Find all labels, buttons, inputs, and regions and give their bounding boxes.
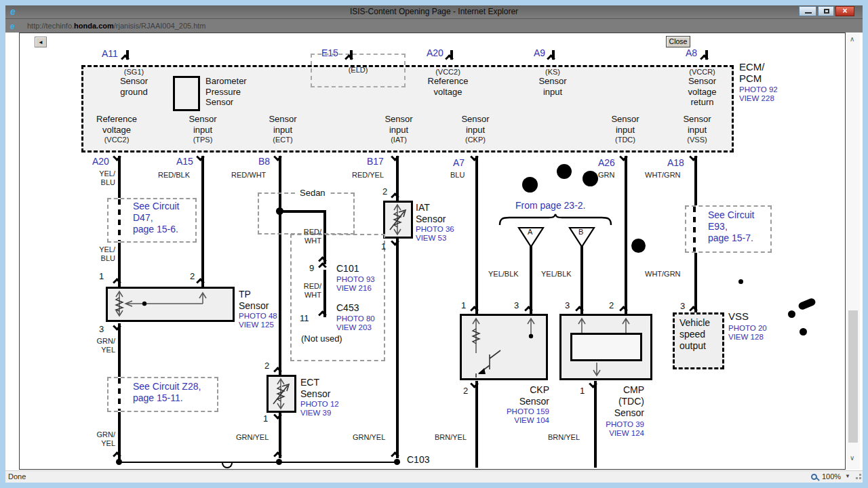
vss-view-link[interactable]: VIEW 128 [728, 333, 764, 342]
pin-label-a26: A26 [598, 157, 615, 168]
tp-view-link[interactable]: VIEW 125 [239, 321, 274, 329]
wire-color-label: WHT/GRN [645, 270, 681, 279]
ecm-view-link[interactable]: VIEW 228 [739, 94, 774, 103]
wire-b8 [279, 156, 281, 375]
tp-pin2: 2 [190, 271, 195, 281]
ecm-row-label: Sensor input [368, 114, 429, 135]
c101-photo-link[interactable]: PHOTO 93 [336, 275, 375, 284]
tp-photo-link[interactable]: PHOTO 48 [239, 312, 277, 321]
wire-color-label: RED/YEL [352, 171, 384, 180]
ckp-photo-link[interactable]: PHOTO 159 [499, 407, 549, 416]
ecm-sensor-ground-label: Sensor ground [102, 76, 166, 97]
ink-blot [788, 310, 795, 318]
ckp-pin-bottom: 2 [463, 386, 468, 396]
close-page-label: Close [669, 37, 688, 45]
wire-color-label: GRN/ YEL [87, 337, 115, 354]
see-circuit-z28-text[interactable]: See Circuit Z28, page 15-11. [133, 381, 201, 404]
ecm-row-tag: (TPS) [172, 136, 233, 144]
iat-photo-link[interactable]: PHOTO 36 [416, 225, 454, 234]
see-circuit-d47-text[interactable]: See Circuit D47, page 15-6. [133, 201, 179, 235]
ink-blot [800, 328, 807, 336]
pin-label-e15: E15 [321, 47, 338, 58]
ecm-row-label: Reference voltage [86, 114, 147, 135]
address-bar[interactable]: e http://techinfo.honda.com/rjanisis/RJA… [5, 18, 863, 33]
wire-color-label: GRN/ YEL [87, 430, 115, 448]
dashed-wire-segment [118, 199, 121, 241]
maximize-icon [824, 9, 829, 14]
ecm-ks-tag: (KS) [522, 68, 583, 76]
wire-color-label: RED/WHT [231, 171, 266, 180]
ect-pin-top: 2 [264, 361, 269, 371]
vss-photo-link[interactable]: PHOTO 20 [728, 324, 767, 333]
title-bar: e ISIS-Content Opening Page - Internet E… [5, 5, 863, 18]
triangle-b-label: B [578, 228, 583, 236]
ink-blot [583, 171, 598, 186]
ecm-unit-name: ECM/ PCM [739, 61, 765, 84]
wire-color-label: RED/BLK [158, 171, 190, 180]
ect-photo-link[interactable]: PHOTO 12 [300, 400, 339, 409]
close-window-button[interactable]: × [835, 6, 854, 16]
wire-color-label: BRN/YEL [435, 433, 467, 442]
wire-color-label: GRN/YEL [236, 433, 269, 442]
cmp-pin3: 3 [565, 300, 570, 310]
tp-pin1: 1 [99, 271, 104, 281]
ecm-row-label: Sensor input [252, 114, 313, 135]
wire-a26 [625, 156, 627, 314]
from-page-text[interactable]: From page 23-2. [515, 200, 586, 211]
ect-view-link[interactable]: VIEW 39 [300, 409, 331, 418]
c103-ground-line [119, 462, 400, 463]
ecm-ks-sensor-input-label: Sensor input [522, 76, 583, 97]
wire-color-label: YEL/ BLU [87, 169, 115, 187]
wire-color-label: GRN/YEL [353, 433, 385, 442]
cmp-pin2: 2 [609, 300, 614, 310]
pin-label-a20: A20 [92, 156, 109, 167]
wire-color-label: GRN [598, 171, 614, 180]
resize-grip-icon [856, 477, 858, 479]
ecm-sensor-voltage-return-label: Sensor voltage return [673, 76, 731, 108]
scroll-down-icon[interactable]: ∨ [850, 454, 854, 462]
ink-blot [522, 177, 538, 192]
see-circuit-e93-text[interactable]: See Circuit E93, page 15-7. [708, 209, 754, 244]
wire-color-label: BRN/YEL [548, 433, 580, 442]
close-page-button[interactable]: Close [666, 36, 690, 47]
url-field[interactable]: http://techinfo.honda.com/rjanisis/RJAAI… [27, 19, 206, 33]
wire-color-label: YEL/ BLU [87, 245, 115, 263]
ckp-sensor-name: CKP Sensor [499, 384, 549, 407]
zoom-level[interactable]: 100% [822, 472, 841, 481]
minimize-icon [805, 12, 812, 14]
triangle-a-label: A [528, 228, 532, 236]
brace-icon [497, 213, 614, 226]
c453-photo-link[interactable]: PHOTO 80 [336, 314, 375, 323]
back-icon: ◄ [38, 39, 43, 45]
back-button[interactable]: ◄ [35, 37, 47, 47]
scrollbar-thumb[interactable] [848, 310, 858, 443]
cmp-view-link[interactable]: VIEW 124 [595, 429, 644, 438]
vss-box-label: Vehicle speed output [679, 317, 710, 352]
c101-view-link[interactable]: VIEW 216 [336, 284, 372, 293]
ckp-view-link[interactable]: VIEW 104 [499, 416, 549, 425]
ckp-pin3: 3 [514, 300, 519, 310]
scroll-up-icon[interactable]: ∧ [850, 35, 854, 43]
wire-color-label: YEL/BLK [541, 270, 572, 279]
tp-potentiometer-symbol [106, 287, 232, 321]
ecm-reference-voltage-label: Reference voltage [416, 76, 480, 97]
maximize-button[interactable] [818, 6, 834, 16]
ecm-row-label: Sensor input [172, 114, 233, 135]
zoom-dropdown-icon[interactable]: ▼ [845, 473, 850, 479]
wire-color-label: YEL/BLK [488, 270, 519, 279]
ecm-photo-link[interactable]: PHOTO 92 [739, 85, 778, 94]
c101-pin: 9 [309, 263, 314, 273]
minimize-button[interactable] [799, 6, 816, 16]
ecm-vccr-tag: (VCCR) [673, 68, 731, 76]
iat-thermistor-symbol [384, 203, 412, 237]
ecm-row-tag: (CKP) [445, 136, 506, 144]
pin-label-a8: A8 [686, 47, 697, 58]
c453-view-link[interactable]: VIEW 203 [336, 323, 372, 332]
pin-label-a20-top: A20 [427, 47, 443, 58]
pin-label-a9: A9 [534, 47, 545, 58]
pin-label-b17: B17 [367, 156, 384, 167]
cmp-photo-link[interactable]: PHOTO 39 [595, 420, 644, 429]
ecm-row-tag: (VSS) [667, 136, 728, 144]
tp-sensor-name: TP Sensor [239, 289, 269, 312]
iat-view-link[interactable]: VIEW 53 [416, 234, 446, 243]
